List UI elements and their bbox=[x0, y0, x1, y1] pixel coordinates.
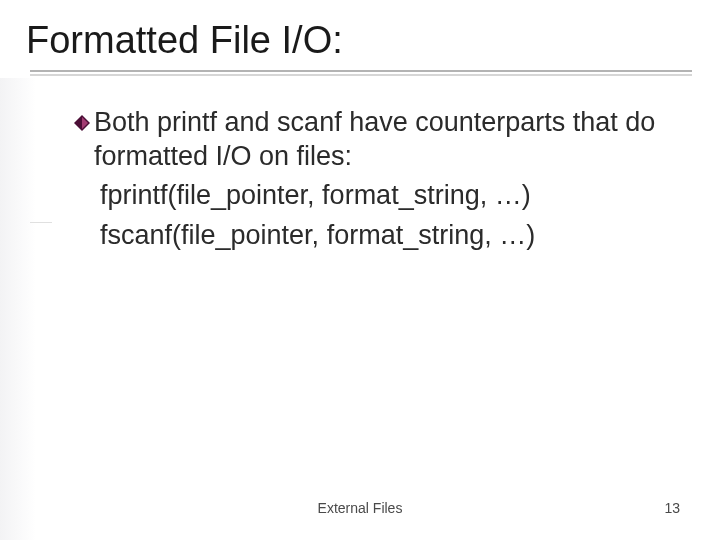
slide: Formatted File I/O: Both printf and scan… bbox=[0, 0, 720, 540]
footer-text: External Files bbox=[0, 500, 720, 516]
bullet-item: Both printf and scanf have counterparts … bbox=[76, 106, 664, 174]
content-area: Both printf and scanf have counterparts … bbox=[26, 106, 694, 253]
title-underline bbox=[30, 70, 692, 76]
page-title: Formatted File I/O: bbox=[26, 20, 694, 62]
page-number: 13 bbox=[664, 500, 680, 516]
code-line-fscanf: fscanf(file_pointer, format_string, …) bbox=[100, 219, 664, 253]
bullet-lead-text: Both printf and scanf have counterparts … bbox=[94, 106, 664, 174]
guide-tick bbox=[30, 222, 52, 223]
code-line-fprintf: fprintf(file_pointer, format_string, …) bbox=[100, 179, 664, 213]
underline-top bbox=[30, 70, 692, 72]
underline-bottom bbox=[30, 74, 692, 76]
diamond-bullet-icon bbox=[74, 115, 90, 131]
